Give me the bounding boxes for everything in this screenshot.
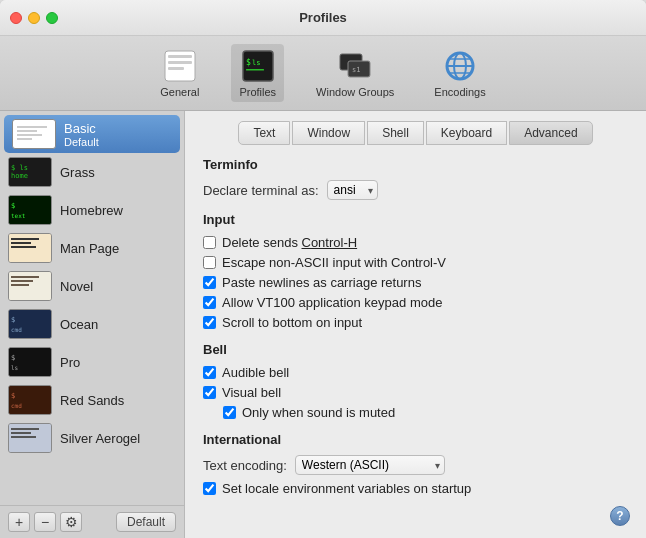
encoding-select[interactable]: Western (ASCII) (295, 455, 445, 475)
checkbox-allow-vt100: Allow VT100 application keypad mode (203, 295, 628, 310)
profile-info-grass: Grass (60, 165, 95, 180)
window-title: Profiles (299, 10, 347, 25)
panel-content: Terminfo Declare terminal as: ansi Input… (185, 157, 646, 502)
toolbar-item-profiles[interactable]: $ ls Profiles (231, 44, 284, 102)
main-panel: Text Window Shell Keyboard Advanced Term… (185, 111, 646, 538)
svg-text:cmd: cmd (11, 402, 22, 409)
maximize-button[interactable] (46, 12, 58, 24)
svg-text:$: $ (11, 316, 15, 324)
svg-text:ls: ls (11, 364, 19, 371)
declare-terminal-label: Declare terminal as: (203, 183, 319, 198)
list-item[interactable]: Novel (0, 267, 184, 305)
toolbar-profiles-label: Profiles (239, 86, 276, 98)
profile-name: Ocean (60, 317, 98, 332)
profile-name: Red Sands (60, 393, 124, 408)
svg-rect-3 (168, 67, 184, 70)
close-button[interactable] (10, 12, 22, 24)
svg-text:s1: s1 (352, 66, 360, 74)
panel-bottom: ? (185, 502, 646, 538)
svg-text:$: $ (11, 354, 15, 362)
content-area: Basic Default $ ls home Grass (0, 111, 646, 538)
toolbar-general-label: General (160, 86, 199, 98)
list-item[interactable]: $ ls home Grass (0, 153, 184, 191)
checkbox-visual-bell-input[interactable] (203, 386, 216, 399)
profile-name: Pro (60, 355, 80, 370)
tab-bar: Text Window Shell Keyboard Advanced (185, 121, 646, 145)
checkbox-allow-vt100-input[interactable] (203, 296, 216, 309)
toolbar: General $ ls Profiles (0, 36, 646, 111)
list-item[interactable]: Basic Default (4, 115, 180, 153)
checkbox-paste-newlines: Paste newlines as carriage returns (203, 275, 628, 290)
svg-rect-35 (9, 310, 52, 339)
checkbox-escape-non-ascii-input[interactable] (203, 256, 216, 269)
traffic-lights (10, 12, 58, 24)
settings-profile-button[interactable]: ⚙ (60, 512, 82, 532)
checkbox-only-when-muted-input[interactable] (223, 406, 236, 419)
help-button[interactable]: ? (610, 506, 630, 526)
list-item[interactable]: $ ls Pro (0, 343, 184, 381)
toolbar-item-window-groups[interactable]: s1 Window Groups (308, 44, 402, 102)
profile-thumb-homebrew: $ text (8, 195, 52, 225)
tab-text[interactable]: Text (238, 121, 290, 145)
svg-rect-30 (11, 246, 36, 248)
svg-rect-29 (11, 242, 31, 244)
svg-rect-46 (11, 432, 31, 434)
svg-rect-33 (11, 280, 33, 282)
svg-text:text: text (11, 212, 26, 219)
encoding-select-wrapper: Western (ASCII) (295, 455, 445, 475)
toolbar-item-general[interactable]: General (152, 44, 207, 102)
profile-info-silveraerogel: Silver Aerogel (60, 431, 140, 446)
svg-text:$: $ (246, 58, 251, 67)
list-item[interactable]: $ cmd Ocean (0, 305, 184, 343)
tab-shell[interactable]: Shell (367, 121, 424, 145)
general-icon (162, 48, 198, 84)
profile-info-manpage: Man Page (60, 241, 119, 256)
section-input: Input (203, 212, 628, 227)
profile-info-novel: Novel (60, 279, 93, 294)
toolbar-icons: General $ ls Profiles (152, 44, 493, 102)
checkbox-delete-sends-input[interactable] (203, 236, 216, 249)
minimize-button[interactable] (28, 12, 40, 24)
checkbox-escape-non-ascii: Escape non-ASCII input with Control-V (203, 255, 628, 270)
checkbox-allow-vt100-label: Allow VT100 application keypad mode (222, 295, 442, 310)
profile-tag: Default (64, 136, 99, 148)
add-profile-button[interactable]: + (8, 512, 30, 532)
checkbox-paste-newlines-input[interactable] (203, 276, 216, 289)
profiles-icon: $ ls (240, 48, 276, 84)
encoding-row: Text encoding: Western (ASCII) (203, 455, 628, 475)
tab-keyboard[interactable]: Keyboard (426, 121, 507, 145)
section-terminfo: Terminfo (203, 157, 628, 172)
svg-text:home: home (11, 172, 28, 180)
list-item[interactable]: Man Page (0, 229, 184, 267)
list-item[interactable]: $ cmd Red Sands (0, 381, 184, 419)
toolbar-window-groups-label: Window Groups (316, 86, 394, 98)
profile-info-ocean: Ocean (60, 317, 98, 332)
list-item[interactable]: $ text Homebrew (0, 191, 184, 229)
checkbox-scroll-bottom: Scroll to bottom on input (203, 315, 628, 330)
profile-thumb-redsands: $ cmd (8, 385, 52, 415)
profile-thumb-manpage (8, 233, 52, 263)
list-item[interactable]: Silver Aerogel (0, 419, 184, 457)
sidebar: Basic Default $ ls home Grass (0, 111, 185, 538)
default-profile-button[interactable]: Default (116, 512, 176, 532)
checkbox-audible-bell-input[interactable] (203, 366, 216, 379)
remove-profile-button[interactable]: − (34, 512, 56, 532)
checkbox-scroll-bottom-input[interactable] (203, 316, 216, 329)
profile-info-homebrew: Homebrew (60, 203, 123, 218)
svg-rect-19 (17, 134, 42, 136)
svg-rect-2 (168, 61, 192, 64)
svg-rect-24 (9, 196, 52, 225)
tab-advanced[interactable]: Advanced (509, 121, 592, 145)
profile-thumb-pro: $ ls (8, 347, 52, 377)
svg-rect-1 (168, 55, 192, 58)
checkbox-visual-bell: Visual bell (203, 385, 628, 400)
declare-terminal-select[interactable]: ansi (327, 180, 378, 200)
checkbox-set-locale-input[interactable] (203, 482, 216, 495)
svg-text:$: $ (11, 392, 15, 400)
profile-thumb-silveraerogel (8, 423, 52, 453)
tab-window[interactable]: Window (292, 121, 365, 145)
profile-thumb-ocean: $ cmd (8, 309, 52, 339)
toolbar-item-encodings[interactable]: Encodings (426, 44, 493, 102)
toolbar-encodings-label: Encodings (434, 86, 485, 98)
profile-name: Novel (60, 279, 93, 294)
